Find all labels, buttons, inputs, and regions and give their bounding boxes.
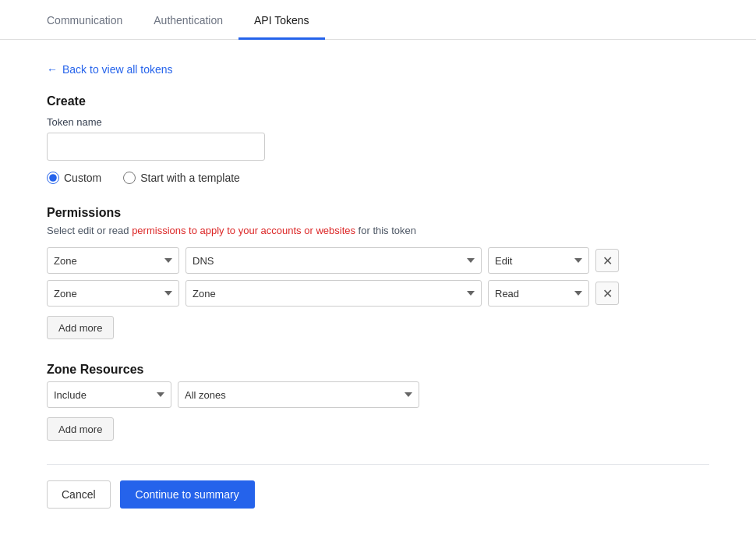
tab-api-tokens[interactable]: API Tokens	[238, 0, 325, 40]
perm-resource-2[interactable]: Zone DNS Cache Rules Firewall	[185, 280, 482, 307]
tab-bar: Communication Authentication API Tokens	[0, 0, 756, 40]
create-heading: Create	[47, 94, 709, 108]
radio-template-input[interactable]	[123, 172, 136, 184]
tab-authentication[interactable]: Authentication	[138, 0, 238, 40]
token-name-label: Token name	[47, 116, 709, 128]
cancel-button[interactable]: Cancel	[47, 480, 111, 509]
radio-group: Custom Start with a template	[47, 172, 709, 184]
zone-resources-heading: Zone Resources	[47, 363, 709, 377]
add-more-zones-button[interactable]: Add more	[47, 417, 114, 441]
permissions-heading: Permissions	[47, 206, 709, 220]
perm-resource-1[interactable]: DNS Zone Cache Rules Firewall	[185, 247, 482, 274]
footer-buttons: Cancel Continue to summary	[47, 480, 709, 509]
main-content: ← Back to view all tokens Create Token n…	[0, 40, 756, 540]
add-more-permissions-button[interactable]: Add more	[47, 316, 114, 339]
zone-scope-select[interactable]: All zones Specific zone	[178, 381, 419, 408]
radio-template[interactable]: Start with a template	[123, 172, 240, 184]
arrow-left-icon: ←	[47, 63, 58, 76]
permission-row-2: Zone Account Zone DNS Cache Rules Firewa…	[47, 280, 709, 307]
perm-category-2[interactable]: Zone Account	[47, 280, 179, 307]
remove-perm-1-button[interactable]: ✕	[595, 249, 619, 272]
perm-level-1[interactable]: Edit Read	[488, 247, 589, 274]
continue-button[interactable]: Continue to summary	[120, 480, 255, 509]
radio-template-label: Start with a template	[140, 172, 240, 184]
remove-perm-2-button[interactable]: ✕	[595, 282, 619, 305]
radio-custom-label: Custom	[64, 172, 101, 184]
token-name-input[interactable]	[47, 133, 265, 161]
back-link[interactable]: ← Back to view all tokens	[47, 63, 173, 76]
tab-communication[interactable]: Communication	[31, 0, 138, 40]
permission-row-1: Zone Account DNS Zone Cache Rules Firewa…	[47, 247, 709, 274]
perm-category-1[interactable]: Zone Account	[47, 247, 179, 274]
zone-resource-row-1: Include Exclude All zones Specific zone	[47, 381, 709, 408]
permissions-desc: Select edit or read permissions to apply…	[47, 225, 709, 236]
zone-include-select[interactable]: Include Exclude	[47, 381, 171, 408]
radio-custom-input[interactable]	[47, 172, 59, 184]
divider	[47, 464, 709, 465]
radio-custom[interactable]: Custom	[47, 172, 101, 184]
perm-level-2[interactable]: Read Edit	[488, 280, 589, 307]
zone-resources-section: Zone Resources Include Exclude All zones…	[47, 363, 709, 441]
